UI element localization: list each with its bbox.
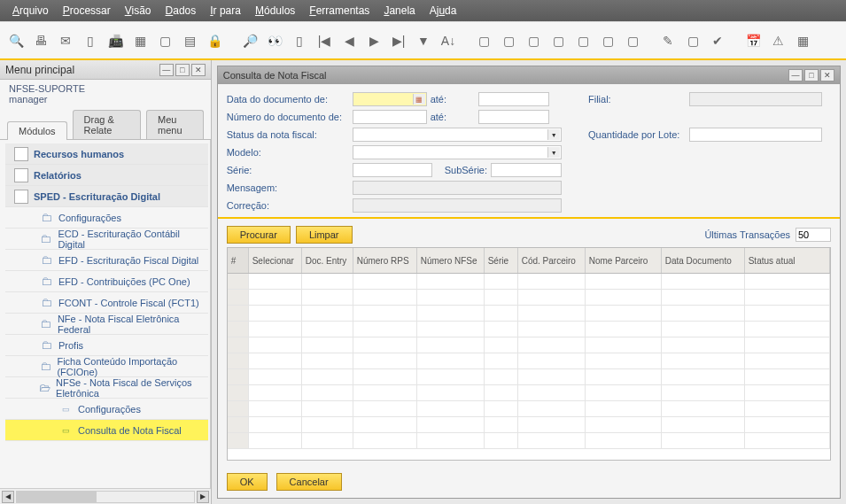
- tree-efd-contrib[interactable]: EFD - Contribuições (PC One): [5, 271, 208, 292]
- grid-col-serie[interactable]: Série: [485, 248, 518, 273]
- combo-modelo[interactable]: ▼: [353, 145, 562, 159]
- limpar-button[interactable]: Limpar: [296, 226, 353, 244]
- tree-recursos-humanos[interactable]: Recursos humanos: [5, 143, 208, 165]
- filter-icon[interactable]: ▼: [413, 30, 434, 51]
- table-row[interactable]: [228, 369, 830, 385]
- maximize-icon[interactable]: □: [804, 69, 819, 81]
- table-row[interactable]: [228, 385, 830, 401]
- table-row[interactable]: [228, 337, 830, 353]
- scroll-right-icon[interactable]: ▶: [197, 491, 209, 503]
- fax-icon[interactable]: 📠: [105, 30, 126, 51]
- input-data-ate[interactable]: [478, 92, 549, 106]
- menu-ajuda[interactable]: Ajuda: [424, 3, 462, 19]
- grid-col-numero-rps[interactable]: Número RPS: [353, 248, 417, 273]
- tree-nfse[interactable]: NFSe - Nota Fiscal de Serviços Eletrônic…: [5, 377, 208, 399]
- table-row[interactable]: [228, 401, 830, 417]
- menu-processar[interactable]: Processar: [58, 3, 116, 19]
- print-icon[interactable]: 🖶: [30, 30, 51, 51]
- input-qtd-lote[interactable]: [689, 128, 822, 142]
- preview-icon[interactable]: 🔍: [5, 30, 27, 51]
- input-data-de[interactable]: ▦: [353, 92, 427, 106]
- tree-configuracoes[interactable]: Configurações: [5, 207, 208, 229]
- grid-col-status[interactable]: Status atual: [745, 248, 830, 273]
- edit-icon[interactable]: ✎: [657, 30, 679, 51]
- tool5-icon[interactable]: ▢: [572, 30, 594, 51]
- cal-icon[interactable]: 📅: [742, 30, 764, 51]
- table-row[interactable]: [228, 433, 830, 449]
- menu-ferramentas[interactable]: Ferramentas: [304, 3, 375, 19]
- maximize-icon[interactable]: □: [175, 64, 190, 76]
- prev-icon[interactable]: ◀: [338, 30, 360, 51]
- lock-icon[interactable]: 🔒: [204, 30, 225, 51]
- new-doc-icon[interactable]: ▢: [682, 30, 703, 51]
- tool4-icon[interactable]: ▢: [547, 30, 569, 51]
- grid-col-data-doc[interactable]: Data Documento: [662, 248, 745, 273]
- tab-meu-menu[interactable]: Meu menu: [146, 110, 204, 139]
- sort-az-icon[interactable]: A↓: [438, 30, 459, 51]
- tool2-icon[interactable]: ▢: [498, 30, 519, 51]
- input-subserie[interactable]: [491, 163, 562, 177]
- grid-col-selecionar[interactable]: Selecionar: [249, 248, 302, 273]
- input-num-de[interactable]: [353, 110, 427, 124]
- alert-icon[interactable]: ⚠: [767, 30, 788, 51]
- tool6-icon[interactable]: ▢: [597, 30, 618, 51]
- close-icon[interactable]: ✕: [820, 69, 834, 81]
- grid-col-nome-parceiro[interactable]: Nome Parceiro: [586, 248, 662, 273]
- excel-icon[interactable]: ▦: [129, 30, 151, 51]
- first-icon[interactable]: |◀: [314, 30, 335, 51]
- sms-icon[interactable]: ▯: [80, 30, 101, 51]
- grid-col-numero-nfse[interactable]: Número NFSe: [417, 248, 485, 273]
- find-icon[interactable]: 🔎: [239, 30, 260, 51]
- ok-button[interactable]: OK: [227, 473, 268, 491]
- tree-relatorios[interactable]: Relatórios: [5, 165, 208, 186]
- table-row[interactable]: [228, 417, 830, 433]
- check-doc-icon[interactable]: ✔: [707, 30, 728, 51]
- minimize-icon[interactable]: —: [788, 69, 803, 81]
- cancelar-button[interactable]: Cancelar: [276, 473, 342, 491]
- tree-fcont[interactable]: FCONT - Controle Fiscal (FCT1): [5, 292, 208, 314]
- tool3-icon[interactable]: ▢: [523, 30, 544, 51]
- table-row[interactable]: [228, 274, 830, 290]
- minimize-icon[interactable]: —: [159, 64, 174, 76]
- scroll-left-icon[interactable]: ◀: [2, 491, 14, 503]
- tab-drag-relate[interactable]: Drag & Relate: [73, 110, 141, 139]
- menu-irpara[interactable]: Ir para: [205, 3, 246, 19]
- input-num-ate[interactable]: [478, 110, 549, 124]
- table-row[interactable]: [228, 306, 830, 322]
- menu-modulos[interactable]: Módulos: [250, 3, 300, 19]
- word-icon[interactable]: ▢: [154, 30, 175, 51]
- close-icon[interactable]: ✕: [191, 64, 206, 76]
- grid-body[interactable]: [228, 274, 830, 460]
- mail-icon[interactable]: ✉: [55, 30, 76, 51]
- tree-nfse-config[interactable]: Configurações: [5, 399, 208, 420]
- procurar-button[interactable]: Procurar: [227, 226, 291, 244]
- tree-ficha[interactable]: Ficha Conteúdo Importação (FCIOne): [5, 356, 208, 377]
- input-ult-trans[interactable]: [796, 228, 831, 242]
- grid-col-marker[interactable]: #: [228, 248, 249, 273]
- tool7-icon[interactable]: ▢: [622, 30, 643, 51]
- tree-sped[interactable]: SPED - Escrituração Digital: [5, 186, 208, 207]
- add-icon[interactable]: ▯: [289, 30, 310, 51]
- table-row[interactable]: [228, 322, 830, 337]
- tree-profis[interactable]: Profis: [5, 335, 208, 356]
- input-serie[interactable]: [353, 163, 432, 177]
- tab-modulos[interactable]: Módulos: [7, 121, 67, 140]
- table-row[interactable]: [228, 290, 830, 306]
- binoculars-icon[interactable]: 👀: [264, 30, 285, 51]
- grid-col-cod-parceiro[interactable]: Cód. Parceiro: [518, 248, 586, 273]
- left-h-scrollbar[interactable]: ◀ ▶: [0, 488, 211, 504]
- combo-status[interactable]: ▼: [353, 128, 562, 142]
- calendar-icon[interactable]: ▦: [413, 94, 425, 105]
- tree-nfe[interactable]: NFe - Nota Fiscal Eletrônica Federal: [5, 314, 208, 335]
- menu-arquivo[interactable]: Arquivo: [7, 3, 54, 19]
- grid-col-doc-entry[interactable]: Doc. Entry: [302, 248, 353, 273]
- menu-dados[interactable]: Dados: [160, 3, 202, 19]
- tree-nfse-consulta[interactable]: Consulta de Nota Fiscal: [5, 420, 208, 441]
- last-icon[interactable]: ▶|: [388, 30, 409, 51]
- pdf-icon[interactable]: ▤: [179, 30, 200, 51]
- menu-visao[interactable]: Visão: [120, 3, 157, 19]
- tree-ecd[interactable]: ECD - Escrituração Contábil Digital: [5, 229, 208, 250]
- next-icon[interactable]: ▶: [363, 30, 384, 51]
- table-row[interactable]: [228, 353, 830, 369]
- menu-janela[interactable]: Janela: [378, 3, 420, 19]
